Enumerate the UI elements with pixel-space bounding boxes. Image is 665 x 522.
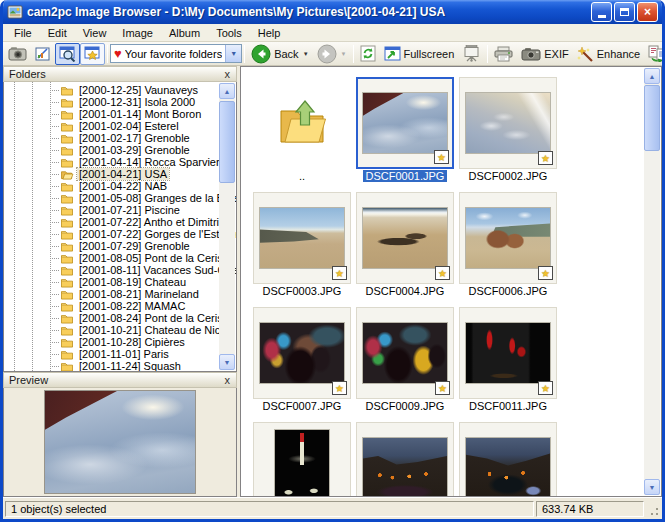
- maximize-button[interactable]: [614, 2, 635, 22]
- thumbnail-scrollbar[interactable]: ▲ ▼: [644, 68, 660, 495]
- convert-button[interactable]: [644, 43, 662, 65]
- thumbnail-cell[interactable]: ★: [459, 422, 557, 497]
- minimize-button[interactable]: [591, 2, 612, 22]
- folder-item[interactable]: [2001-04-21] USA: [4, 168, 236, 180]
- scroll-down-icon[interactable]: ▼: [219, 354, 235, 370]
- folder-item[interactable]: [2001-04-22] NAB: [4, 180, 236, 192]
- thumbnail-photo[interactable]: [259, 322, 345, 384]
- image-adjust-button[interactable]: [31, 43, 55, 65]
- thumbnail-item[interactable]: ★DSCF0002.JPG: [459, 77, 557, 184]
- thumbnail-item[interactable]: ★DSCF0007.JPG: [253, 307, 351, 414]
- fullscreen-button[interactable]: Fullscreen: [380, 43, 459, 65]
- menu-item-edit[interactable]: Edit: [40, 26, 75, 40]
- slideshow-button[interactable]: [458, 43, 485, 65]
- exif-button[interactable]: EXIF: [517, 43, 572, 65]
- thumbnail-photo[interactable]: [259, 207, 345, 269]
- scrollbar-thumb[interactable]: [644, 85, 660, 151]
- folder-item[interactable]: [2001-08-05] Pont de la Cerise: [4, 252, 236, 264]
- folder-item[interactable]: [2001-04-14] Rocca Sparviera: [4, 156, 236, 168]
- folder-item[interactable]: [2001-01-14] Mont Boron: [4, 108, 236, 120]
- scroll-down-icon[interactable]: ▼: [644, 479, 660, 495]
- folder-tree-scrollbar[interactable]: ▲ ▼: [219, 83, 235, 370]
- thumbnail-photo[interactable]: [274, 429, 330, 497]
- scroll-up-icon[interactable]: ▲: [219, 83, 235, 99]
- thumbnail-photo[interactable]: [362, 92, 448, 154]
- thumbnail-item[interactable]: ★DSCF0003.JPG: [253, 192, 351, 299]
- folder-item[interactable]: [2001-02-04] Esterel: [4, 120, 236, 132]
- enhance-button[interactable]: Enhance: [573, 43, 644, 65]
- folder-item[interactable]: [2001-08-19] Chateau: [4, 276, 236, 288]
- close-button[interactable]: ×: [637, 2, 658, 22]
- folder-item[interactable]: [2001-08-24] Pont de la Cerise: [4, 312, 236, 324]
- thumbnail-cell[interactable]: ★: [356, 192, 454, 284]
- folder-item[interactable]: [2001-02-17] Grenoble: [4, 132, 236, 144]
- parent-folder-cell[interactable]: [253, 77, 351, 169]
- dropdown-arrow-button[interactable]: ▼: [225, 45, 241, 62]
- folder-icon: [60, 157, 74, 168]
- folder-icon: [60, 289, 74, 300]
- folders-close-icon[interactable]: x: [224, 69, 232, 80]
- thumbnail-photo[interactable]: [362, 322, 448, 384]
- thumbnail-cell[interactable]: ★: [459, 77, 557, 169]
- refresh-button[interactable]: [356, 43, 380, 65]
- close-icon: ×: [644, 6, 651, 18]
- folder-item[interactable]: [2001-08-22] MAMAC: [4, 300, 236, 312]
- thumbnail-cell[interactable]: ★: [459, 307, 557, 399]
- thumbnail-item[interactable]: ★DSCF0004.JPG: [356, 192, 454, 299]
- scrollbar-thumb[interactable]: [219, 101, 235, 183]
- folder-item[interactable]: [2001-11-01] Paris: [4, 348, 236, 360]
- folder-item[interactable]: [2001-11-24] Squash: [4, 360, 236, 372]
- folder-item[interactable]: [2001-03-29] Grenoble: [4, 144, 236, 156]
- thumbnail-label: DSCF0003.JPG: [260, 285, 345, 297]
- thumbnail-photo[interactable]: [465, 322, 551, 384]
- folder-item[interactable]: [2001-05-08] Granges de la Brasque: [4, 192, 236, 204]
- thumbnail-cell[interactable]: [253, 422, 351, 497]
- menu-item-view[interactable]: View: [75, 26, 115, 40]
- thumbnail-item[interactable]: [253, 422, 351, 497]
- menu-item-image[interactable]: Image: [114, 26, 161, 40]
- forward-button[interactable]: ▼: [313, 43, 351, 65]
- thumbnail-cell[interactable]: ★: [356, 422, 454, 497]
- thumbnail-item[interactable]: ★DSCF0006.JPG: [459, 192, 557, 299]
- thumbnail-item[interactable]: ★DSCF0009.JPG: [356, 307, 454, 414]
- folder-item[interactable]: [2001-07-22] Gorges de l'Esteron: [4, 228, 236, 240]
- folder-item[interactable]: [2001-10-28] Cipières: [4, 336, 236, 348]
- print-button[interactable]: [490, 43, 517, 65]
- thumbnail-cell[interactable]: ★: [253, 307, 351, 399]
- folder-item[interactable]: [2001-07-22] Antho et Dimitri: [4, 216, 236, 228]
- folder-item[interactable]: [2001-10-21] Chateau de Nice: [4, 324, 236, 336]
- thumbnail-item[interactable]: ★DSCF0001.JPG: [356, 77, 454, 184]
- back-button[interactable]: Back ▼: [247, 43, 312, 65]
- thumbnail-item[interactable]: ★: [459, 422, 557, 497]
- folder-item[interactable]: [2001-08-11] Vacances Sud-Ouest: [4, 264, 236, 276]
- exif-camera-icon: [521, 47, 541, 61]
- thumbnail-photo[interactable]: [465, 437, 551, 497]
- menu-item-file[interactable]: File: [6, 26, 40, 40]
- browse-mode-button[interactable]: [55, 43, 80, 65]
- thumbnail-cell[interactable]: ★: [356, 307, 454, 399]
- thumbnail-photo[interactable]: [465, 207, 551, 269]
- favorite-folders-dropdown[interactable]: ♥ Your favorite folders ▼: [110, 44, 242, 63]
- thumbnail-cell[interactable]: ★: [253, 192, 351, 284]
- menu-item-tools[interactable]: Tools: [208, 26, 250, 40]
- acquire-camera-button[interactable]: [4, 43, 31, 65]
- folder-item[interactable]: [2001-07-21] Piscine: [4, 204, 236, 216]
- thumbnail-item[interactable]: ★: [356, 422, 454, 497]
- thumbnail-photo[interactable]: [362, 437, 448, 497]
- parent-folder-item[interactable]: ..: [253, 77, 351, 184]
- preview-close-icon[interactable]: x: [224, 375, 232, 386]
- thumbnail-photo[interactable]: [465, 92, 551, 154]
- thumbnail-photo[interactable]: [362, 207, 448, 269]
- resize-grip[interactable]: [646, 501, 660, 517]
- menu-item-help[interactable]: Help: [250, 26, 289, 40]
- menu-item-album[interactable]: Album: [161, 26, 208, 40]
- scroll-up-icon[interactable]: ▲: [644, 68, 660, 84]
- favorites-mode-button[interactable]: [80, 43, 105, 65]
- thumbnail-cell[interactable]: ★: [356, 77, 454, 169]
- folder-item[interactable]: [2001-07-29] Grenoble: [4, 240, 236, 252]
- folder-item[interactable]: [2001-08-21] Marineland: [4, 288, 236, 300]
- thumbnail-item[interactable]: ★DSCF0011.JPG: [459, 307, 557, 414]
- folder-item[interactable]: [2000-12-25] Vaunaveys: [4, 84, 236, 96]
- folder-item[interactable]: [2000-12-31] Isola 2000: [4, 96, 236, 108]
- thumbnail-cell[interactable]: ★: [459, 192, 557, 284]
